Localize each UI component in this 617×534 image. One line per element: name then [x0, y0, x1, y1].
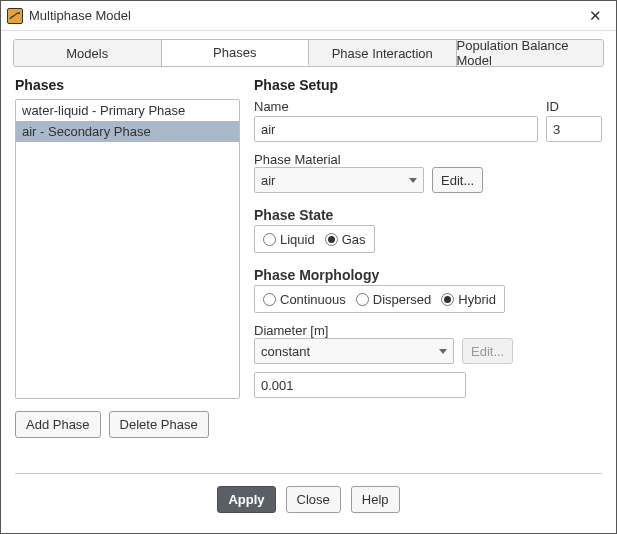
diameter-value-input[interactable] — [254, 372, 466, 398]
list-item[interactable]: air - Secondary Phase — [16, 121, 239, 142]
radio-label: Continuous — [280, 292, 346, 307]
radio-icon — [441, 293, 454, 306]
phase-setup-heading: Phase Setup — [254, 77, 602, 93]
radio-gas[interactable]: Gas — [325, 232, 366, 247]
radio-icon — [325, 233, 338, 246]
phase-material-select[interactable]: air — [254, 167, 424, 193]
chevron-down-icon — [439, 349, 447, 354]
radio-label: Liquid — [280, 232, 315, 247]
name-label: Name — [254, 99, 538, 114]
phase-morphology-group: Continuous Dispersed Hybrid — [254, 285, 505, 313]
close-icon[interactable]: ✕ — [583, 5, 608, 27]
radio-continuous[interactable]: Continuous — [263, 292, 346, 307]
phase-material-value: air — [261, 173, 275, 188]
add-phase-button[interactable]: Add Phase — [15, 411, 101, 438]
delete-phase-button[interactable]: Delete Phase — [109, 411, 209, 438]
id-label: ID — [546, 99, 602, 114]
radio-icon — [356, 293, 369, 306]
phase-state-group: Liquid Gas — [254, 225, 375, 253]
diameter-label: Diameter [m] — [254, 323, 328, 338]
help-button[interactable]: Help — [351, 486, 400, 513]
tab-models[interactable]: Models — [14, 40, 162, 66]
name-input[interactable] — [254, 116, 538, 142]
radio-hybrid[interactable]: Hybrid — [441, 292, 496, 307]
phases-heading: Phases — [15, 77, 240, 93]
radio-dispersed[interactable]: Dispersed — [356, 292, 432, 307]
id-input[interactable] — [546, 116, 602, 142]
window-title: Multiphase Model — [29, 8, 131, 23]
apply-button[interactable]: Apply — [217, 486, 275, 513]
radio-liquid[interactable]: Liquid — [263, 232, 315, 247]
edit-material-button[interactable]: Edit... — [432, 167, 483, 193]
app-icon — [7, 8, 23, 24]
tab-phase-interaction[interactable]: Phase Interaction — [309, 40, 457, 66]
phase-morphology-heading: Phase Morphology — [254, 267, 602, 283]
edit-diameter-button: Edit... — [462, 338, 513, 364]
list-item[interactable]: water-liquid - Primary Phase — [16, 100, 239, 121]
tab-population-balance[interactable]: Population Balance Model — [457, 40, 604, 66]
phase-state-heading: Phase State — [254, 207, 602, 223]
radio-label: Dispersed — [373, 292, 432, 307]
close-button[interactable]: Close — [286, 486, 341, 513]
chevron-down-icon — [409, 178, 417, 183]
radio-label: Gas — [342, 232, 366, 247]
phase-material-label: Phase Material — [254, 152, 341, 167]
radio-label: Hybrid — [458, 292, 496, 307]
diameter-type-value: constant — [261, 344, 310, 359]
radio-icon — [263, 233, 276, 246]
phases-listbox[interactable]: water-liquid - Primary Phase air - Secon… — [15, 99, 240, 399]
tab-phases[interactable]: Phases — [162, 40, 310, 66]
radio-icon — [263, 293, 276, 306]
diameter-type-select[interactable]: constant — [254, 338, 454, 364]
